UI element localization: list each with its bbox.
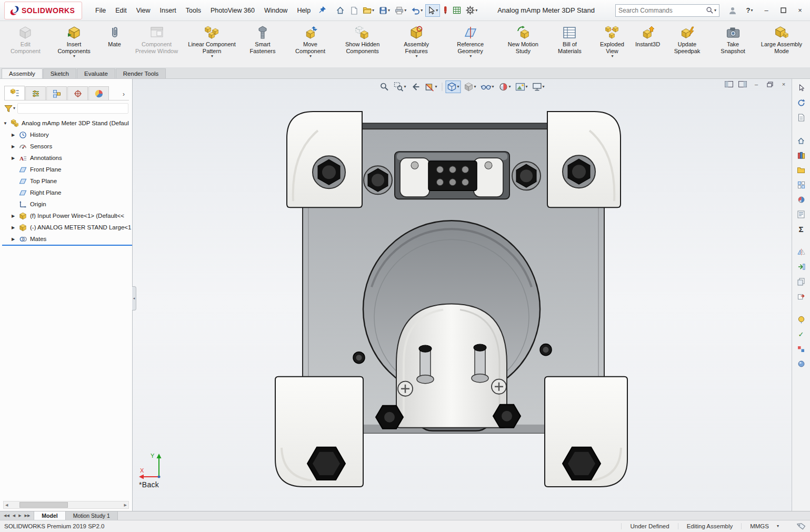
help-button[interactable]: ? ▾ xyxy=(742,4,757,17)
tree-item-analog-meter-stand[interactable]: ▶ (-) ANALOG METER STAND Large<1 xyxy=(2,222,132,233)
pin-menu-icon[interactable] xyxy=(318,6,326,15)
tab-model[interactable]: Model xyxy=(34,511,65,520)
user-account-icon[interactable] xyxy=(725,4,741,17)
scrollbar-thumb[interactable] xyxy=(19,502,68,508)
mirror-components-icon[interactable] xyxy=(794,246,808,258)
minimize-button[interactable]: – xyxy=(758,4,774,17)
appearance-caret-icon[interactable]: ▾ xyxy=(509,85,511,89)
mate-button[interactable]: Mate xyxy=(101,22,129,67)
touch-stylus-button[interactable] xyxy=(441,4,450,17)
tab-scroll-last[interactable]: ▶▶ xyxy=(24,514,31,518)
section-caret-icon[interactable]: ▾ xyxy=(435,85,437,89)
options-dropdown-caret-icon[interactable]: ▾ xyxy=(475,8,477,13)
tab-sketch[interactable]: Sketch xyxy=(43,68,76,78)
section-view-button[interactable]: ▾ xyxy=(423,81,438,93)
menu-file[interactable]: File xyxy=(91,4,111,17)
units-selector[interactable]: MMGS ▾ xyxy=(741,523,787,529)
menu-photoview-360[interactable]: PhotoView 360 xyxy=(206,4,259,17)
expand-arrow-icon[interactable]: ▼ xyxy=(3,121,8,126)
scroll-right-icon[interactable]: ▶ xyxy=(124,503,127,507)
display-style-caret-icon[interactable]: ▾ xyxy=(474,85,476,89)
linear-component-pattern-button[interactable]: Linear Component Pattern ▾ xyxy=(185,22,239,67)
bill-of-materials-button[interactable]: Bill of Materials xyxy=(548,22,591,67)
search-commands-box[interactable]: ▾ xyxy=(615,4,719,17)
show-hidden-components-button[interactable]: Show Hidden Components xyxy=(335,22,390,67)
tab-featuremanager-tree[interactable] xyxy=(4,86,25,100)
evaluate-table-button[interactable] xyxy=(451,4,463,16)
print-dropdown-caret-icon[interactable]: ▾ xyxy=(404,8,406,13)
save-button[interactable]: ▾ xyxy=(377,4,392,17)
expand-arrow-icon[interactable]: ▶ xyxy=(12,133,17,137)
expand-arrow-icon[interactable]: ▶ xyxy=(12,214,17,218)
exploded-view-caret-icon[interactable]: ▾ xyxy=(611,54,613,58)
doc-restore-button[interactable] xyxy=(765,80,775,88)
scroll-left-icon[interactable]: ◀ xyxy=(5,503,8,507)
assembly-3d-model[interactable] xyxy=(133,79,792,511)
tree-root-assembly[interactable]: ▼ Analog mAmp Meter 3DP Stand (Defaul xyxy=(2,117,132,129)
tree-item-origin[interactable]: Origin xyxy=(2,198,132,210)
expand-arrow-icon[interactable]: ▶ xyxy=(12,144,17,149)
verification-check-icon[interactable]: ✓ xyxy=(794,328,808,340)
edit-component-button[interactable]: Edit Component xyxy=(3,22,48,67)
pane-split-right-button[interactable] xyxy=(738,80,747,88)
select-dropdown-caret-icon[interactable]: ▾ xyxy=(436,8,438,13)
open-button[interactable]: ▾ xyxy=(361,4,376,16)
tree-item-input-power-wire[interactable]: ▶ (f) Input Power Wire<1> (Default<< xyxy=(2,210,132,222)
update-speedpak-button[interactable]: Update Speedpak xyxy=(663,22,712,67)
tab-scroll-prev[interactable]: ◀ xyxy=(12,514,16,518)
tree-item-mates[interactable]: ▶ Mates xyxy=(2,233,132,246)
equations-sigma-icon[interactable]: Σ xyxy=(794,223,808,235)
reference-geometry-button[interactable]: Reference Geometry ▾ xyxy=(443,22,498,67)
file-explorer-folder-icon[interactable] xyxy=(794,164,808,176)
edit-appearance-button[interactable]: ▾ xyxy=(497,81,513,93)
filter-funnel-icon[interactable] xyxy=(4,105,13,113)
tree-item-right-plane[interactable]: Right Plane xyxy=(2,187,132,198)
hide-show-caret-icon[interactable]: ▾ xyxy=(492,85,494,89)
tree-item-sensors[interactable]: ▶ Sensors xyxy=(2,140,132,152)
menu-edit[interactable]: Edit xyxy=(111,4,132,17)
copy-settings-icon[interactable] xyxy=(794,276,808,287)
design-library-icon[interactable] xyxy=(794,149,808,161)
options-gear-button[interactable]: ▾ xyxy=(464,4,479,17)
tab-dimxpertmanager[interactable] xyxy=(67,86,88,100)
help-dropdown-caret-icon[interactable]: ▾ xyxy=(751,8,753,13)
tree-item-front-plane[interactable]: Front Plane xyxy=(2,164,132,175)
search-input[interactable] xyxy=(618,7,706,14)
tab-scroll-next[interactable]: ▶ xyxy=(18,514,22,518)
tab-propertymanager[interactable] xyxy=(25,86,46,100)
undo-button[interactable]: ▾ xyxy=(409,4,425,17)
select-arrow-icon[interactable] xyxy=(794,82,808,94)
menu-window[interactable]: Window xyxy=(259,4,292,17)
tab-evaluate[interactable]: Evaluate xyxy=(77,68,115,78)
pane-split-left-button[interactable] xyxy=(724,80,734,88)
assembly-features-button[interactable]: Assembly Features ▾ xyxy=(391,22,443,67)
doc-minimize-button[interactable]: – xyxy=(752,80,761,88)
insert-components-button[interactable]: Insert Components ▾ xyxy=(48,22,100,67)
undo-dropdown-caret-icon[interactable]: ▾ xyxy=(421,8,423,13)
tree-item-annotations[interactable]: ▶ A Annotations xyxy=(2,152,132,164)
panel-collapse-handle[interactable]: ◂ xyxy=(132,286,136,310)
appearances-ball-icon[interactable] xyxy=(794,194,808,205)
open-dropdown-caret-icon[interactable]: ▾ xyxy=(372,8,374,13)
menu-insert[interactable]: Insert xyxy=(155,4,181,17)
tree-item-history[interactable]: ▶ History xyxy=(2,129,132,140)
view-orientation-button[interactable]: ▾ xyxy=(445,81,461,93)
pack-and-go-icon[interactable] xyxy=(794,261,808,273)
zoom-caret-icon[interactable]: ▾ xyxy=(404,85,406,89)
reference-geometry-caret-icon[interactable]: ▾ xyxy=(469,54,472,58)
menu-view[interactable]: View xyxy=(132,4,155,17)
tab-assembly[interactable]: Assembly xyxy=(2,68,43,78)
paint-appearance-icon[interactable] xyxy=(794,314,808,325)
view-palette-icon[interactable] xyxy=(794,179,808,190)
graphics-area[interactable]: ▾ ▾ ▾ ▾ xyxy=(133,79,792,511)
zoom-to-area-button[interactable]: ▾ xyxy=(392,81,407,93)
tags-icon[interactable] xyxy=(797,523,806,530)
move-component-caret-icon[interactable]: ▾ xyxy=(309,54,312,58)
tab-render-tools[interactable]: Render Tools xyxy=(116,68,166,78)
move-component-button[interactable]: Move Component ▾ xyxy=(286,22,334,67)
instant3d-button[interactable]: Instant3D xyxy=(633,22,662,67)
smart-fasteners-button[interactable]: Smart Fasteners xyxy=(240,22,286,67)
tab-motion-study-1[interactable]: Motion Study 1 xyxy=(66,511,118,520)
search-icon[interactable] xyxy=(706,6,714,14)
previous-view-button[interactable] xyxy=(409,81,422,93)
